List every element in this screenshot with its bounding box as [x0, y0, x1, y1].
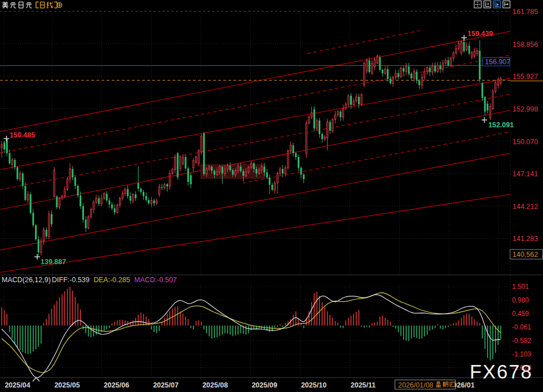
svg-text:MACD(26,12,9): MACD(26,12,9)	[2, 276, 51, 284]
svg-text:159.439: 159.439	[467, 30, 493, 38]
svg-text:155.927: 155.927	[513, 73, 538, 81]
svg-text:156.907: 156.907	[485, 58, 510, 66]
svg-text:150.070: 150.070	[513, 138, 538, 146]
svg-text:2025/11: 2025/11	[351, 381, 376, 389]
svg-text:140.562: 140.562	[513, 251, 538, 259]
svg-text:FX678: FX678	[470, 361, 533, 382]
svg-text:141.283: 141.283	[513, 235, 538, 243]
svg-text:-1.103: -1.103	[512, 350, 531, 358]
svg-text:152.091: 152.091	[488, 121, 514, 129]
svg-text:2026/01/08: 2026/01/08	[398, 381, 434, 389]
svg-text:161.785: 161.785	[513, 8, 538, 16]
svg-text:2025/04: 2025/04	[5, 381, 30, 389]
svg-text:144.212: 144.212	[513, 203, 538, 211]
svg-text:147.141: 147.141	[513, 170, 538, 178]
svg-text:MACD:-0.507: MACD:-0.507	[134, 276, 177, 284]
svg-text:0.980: 0.980	[512, 296, 529, 304]
svg-text:139.887: 139.887	[41, 258, 66, 266]
svg-text:150.485: 150.485	[10, 131, 35, 139]
svg-text:2025/05: 2025/05	[54, 381, 80, 389]
svg-text:2025/10: 2025/10	[301, 381, 326, 389]
svg-text:-0.582: -0.582	[512, 337, 531, 345]
svg-text:2025/06: 2025/06	[104, 381, 129, 389]
svg-text:1.501: 1.501	[512, 283, 529, 291]
svg-text:-0.061: -0.061	[512, 323, 531, 331]
svg-text:DIFF:-0.539: DIFF:-0.539	[52, 276, 90, 284]
svg-text:152.998: 152.998	[513, 105, 538, 113]
svg-text:2025/09: 2025/09	[251, 381, 277, 389]
svg-text:2025/07: 2025/07	[153, 381, 178, 389]
svg-text:2025/08: 2025/08	[202, 381, 228, 389]
svg-text:DEA:-0.285: DEA:-0.285	[94, 276, 130, 284]
svg-text:0.459: 0.459	[512, 310, 529, 318]
svg-text:158.856: 158.856	[513, 41, 538, 48]
